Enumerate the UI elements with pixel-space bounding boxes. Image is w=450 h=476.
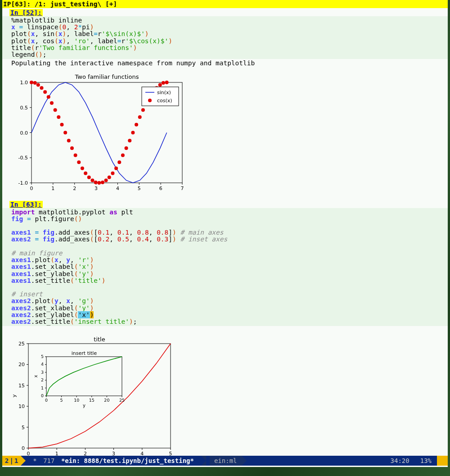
- svg-text:Two familiar functions: Two familiar functions: [75, 73, 139, 80]
- svg-text:20: 20: [104, 398, 109, 403]
- powerline-arrow-icon: [201, 456, 206, 466]
- cell-prompt-52[interactable]: In [52]:: [9, 9, 43, 16]
- svg-text:2: 2: [41, 377, 44, 382]
- svg-point-50: [104, 178, 108, 182]
- svg-point-39: [67, 139, 71, 142]
- svg-point-34: [50, 101, 54, 104]
- svg-point-32: [43, 90, 47, 94]
- svg-point-54: [117, 160, 121, 164]
- svg-point-36: [57, 115, 60, 118]
- svg-text:4: 4: [41, 362, 44, 367]
- svg-point-43: [81, 166, 84, 170]
- svg-text:0: 0: [22, 445, 25, 451]
- svg-point-40: [70, 146, 74, 150]
- svg-text:-0.5: -0.5: [18, 155, 28, 161]
- svg-point-45: [87, 175, 91, 179]
- svg-text:0: 0: [27, 451, 30, 457]
- svg-text:0.5: 0.5: [20, 104, 28, 110]
- svg-rect-102: [46, 357, 122, 396]
- cell-52-code[interactable]: %matplotlib inline x = linspace(0, 2*pi)…: [2, 16, 448, 59]
- svg-point-51: [108, 175, 111, 179]
- svg-text:5: 5: [169, 451, 172, 457]
- svg-point-57: [128, 139, 131, 142]
- svg-text:10: 10: [18, 403, 25, 409]
- svg-point-38: [63, 131, 67, 134]
- svg-text:y: y: [11, 394, 17, 398]
- chart-two-familiar-functions: 01234567-1.0-0.50.00.51.0Two familiar fu…: [2, 68, 448, 200]
- svg-text:title: title: [94, 336, 105, 343]
- modeline-left-segment: 2 | 1: [2, 456, 21, 466]
- svg-point-58: [131, 131, 135, 134]
- svg-text:4: 4: [140, 451, 144, 457]
- svg-text:25: 25: [119, 398, 125, 403]
- svg-point-28: [30, 81, 33, 84]
- editor-window: IP[63]: /1: just_testing\ [+] In [52]: %…: [2, 0, 448, 456]
- powerline-arrow-icon: [21, 456, 26, 466]
- svg-text:0: 0: [30, 186, 33, 191]
- svg-text:3: 3: [112, 451, 115, 457]
- modeline-buffer-num: 1: [14, 457, 18, 464]
- svg-point-48: [97, 181, 101, 185]
- window-titlebar: IP[63]: /1: just_testing\ [+]: [2, 0, 448, 8]
- svg-text:15: 15: [89, 398, 94, 403]
- svg-point-42: [77, 160, 81, 164]
- svg-point-72: [148, 99, 152, 102]
- svg-point-37: [60, 122, 63, 126]
- cursor-position: 34:20: [385, 457, 415, 464]
- svg-text:5: 5: [60, 398, 63, 403]
- modified-star: *: [33, 457, 36, 464]
- svg-text:-1.0: -1.0: [18, 180, 28, 186]
- svg-point-41: [74, 153, 77, 157]
- svg-point-67: [162, 81, 165, 85]
- svg-text:4: 4: [116, 186, 119, 191]
- cell-prompt-63[interactable]: In [63]:: [9, 201, 43, 208]
- svg-point-29: [33, 81, 37, 85]
- modeline-body: * 717 *ein: 8888/test.ipynb/just_testing…: [26, 457, 201, 464]
- svg-text:x: x: [33, 375, 38, 378]
- chart-title-with-inset: 0123450510152025titlexy0510152025012345i…: [2, 326, 448, 467]
- modeline-mode: ein:ml: [210, 456, 242, 466]
- modeline-end-cap: [437, 456, 448, 466]
- svg-text:1: 1: [55, 451, 58, 457]
- svg-point-52: [111, 171, 114, 175]
- svg-point-59: [135, 122, 138, 126]
- line-count: 717: [43, 457, 54, 464]
- svg-point-46: [90, 178, 94, 182]
- svg-text:5: 5: [138, 186, 141, 191]
- svg-point-33: [47, 95, 50, 99]
- modeline-window-num: 2: [5, 457, 9, 464]
- buffer-name: *ein: 8888/test.ipynb/just_testing*: [61, 457, 194, 464]
- svg-point-47: [94, 180, 98, 184]
- svg-point-68: [165, 81, 169, 84]
- svg-text:10: 10: [74, 398, 79, 403]
- svg-text:cos(x): cos(x): [157, 98, 172, 104]
- svg-text:sin(x): sin(x): [157, 90, 171, 95]
- svg-text:1.0: 1.0: [20, 80, 28, 86]
- svg-text:5: 5: [41, 354, 44, 359]
- emacs-modeline: 2 | 1 * 717 *ein: 8888/test.ipynb/just_t…: [2, 456, 448, 466]
- svg-text:0.0: 0.0: [20, 130, 28, 136]
- svg-text:2: 2: [84, 451, 87, 457]
- svg-text:2: 2: [73, 186, 76, 191]
- svg-text:1: 1: [41, 385, 44, 390]
- svg-text:0: 0: [41, 393, 44, 398]
- svg-point-30: [36, 83, 40, 86]
- svg-point-44: [84, 171, 87, 175]
- svg-text:20: 20: [18, 362, 25, 368]
- cell-63-code[interactable]: import matplotlib.pyplot as plt fig = pl…: [2, 208, 448, 326]
- scroll-percent: 13%: [415, 457, 437, 464]
- svg-text:25: 25: [18, 341, 25, 347]
- svg-point-61: [141, 108, 145, 112]
- svg-text:7: 7: [181, 186, 184, 191]
- svg-point-53: [114, 166, 118, 170]
- svg-point-55: [121, 153, 125, 157]
- svg-text:15: 15: [18, 383, 25, 389]
- svg-point-35: [54, 108, 57, 112]
- svg-text:insert title: insert title: [72, 350, 97, 356]
- svg-point-56: [125, 146, 128, 150]
- svg-text:3: 3: [94, 186, 98, 191]
- notebook-content[interactable]: In [52]: %matplotlib inline x = linspace…: [2, 8, 448, 467]
- svg-text:0: 0: [45, 398, 48, 403]
- svg-text:y: y: [83, 403, 86, 408]
- svg-point-31: [40, 86, 43, 90]
